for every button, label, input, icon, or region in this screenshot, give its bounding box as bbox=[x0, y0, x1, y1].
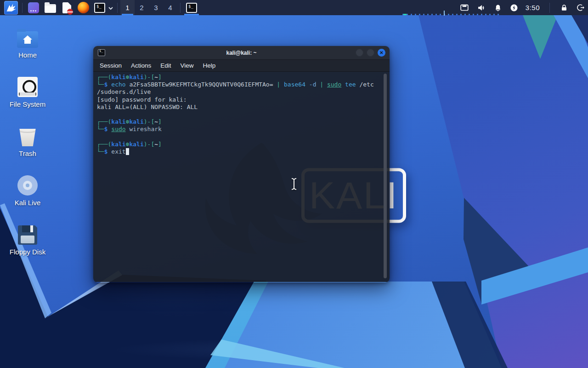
firefox-icon bbox=[78, 2, 89, 13]
desktop-icon-trash[interactable]: Trash bbox=[2, 121, 53, 170]
logout-icon[interactable] bbox=[576, 3, 585, 12]
terminal-line: ┌──(kali⊛kali)-[~] bbox=[97, 141, 381, 148]
clock[interactable]: 3:50 bbox=[526, 4, 540, 12]
workspace-button-3[interactable]: 3 bbox=[149, 0, 163, 15]
home-folder-icon bbox=[17, 31, 38, 48]
workspace-button-1[interactable]: 1 bbox=[120, 0, 135, 15]
desktop-icon-label: Kali Live bbox=[15, 199, 41, 207]
workspace-switcher: 1234 bbox=[120, 0, 177, 15]
taskbar-terminal-window-button[interactable]: $_ bbox=[183, 0, 200, 15]
desktop-icon-home[interactable]: Home bbox=[2, 22, 53, 71]
folder-icon bbox=[45, 4, 56, 13]
terminal-line: /sudoers.d/live bbox=[97, 88, 381, 96]
terminal-line bbox=[97, 133, 381, 141]
terminal-line: kali ALL=(ALL) NOPASSWD: ALL bbox=[97, 104, 381, 111]
maximize-button[interactable] bbox=[367, 49, 374, 57]
terminal-line: └─$ echo a2FsaSBBTEw9KEFMTCkgTk9QQVNTV0Q… bbox=[97, 81, 381, 88]
cd-disc-icon bbox=[17, 175, 38, 196]
terminal-launcher-button[interactable]: $_ bbox=[93, 1, 107, 15]
terminal-titlebar[interactable]: $_ kali@kali: ~ ✕ bbox=[93, 46, 390, 60]
desktop-icon-label: Home bbox=[18, 51, 37, 59]
workspace-app-button[interactable] bbox=[27, 1, 40, 15]
ibeam-cursor bbox=[290, 177, 298, 191]
terminal-scrollbar[interactable] bbox=[384, 74, 387, 278]
desktop-icon-floppy-disk[interactable]: Floppy Disk bbox=[2, 219, 53, 268]
desktop-icon-label: Floppy Disk bbox=[10, 248, 45, 256]
terminal-line: [sudo] password for kali: bbox=[97, 96, 381, 104]
menu-session[interactable]: Session bbox=[95, 60, 126, 72]
lock-icon[interactable] bbox=[560, 3, 569, 12]
hard-drive-icon bbox=[17, 77, 38, 97]
menu-view[interactable]: View bbox=[176, 60, 198, 72]
workspace-button-2[interactable]: 2 bbox=[135, 0, 149, 15]
terminal-line: ┌──(kali⊛kali)-[~] bbox=[97, 118, 381, 126]
desktop-icon-file-system[interactable]: File System bbox=[2, 71, 53, 121]
floppy-disk-icon bbox=[18, 225, 37, 245]
terminal-output[interactable]: ┌──(kali⊛kali)-[~]└─$ echo a2FsaSBBTEw9K… bbox=[93, 72, 390, 282]
chevron-down-icon[interactable] bbox=[108, 6, 113, 11]
menu-help[interactable]: Help bbox=[198, 60, 220, 72]
menu-edit[interactable]: Edit bbox=[156, 60, 175, 72]
desktop-icon-label: File System bbox=[10, 100, 45, 108]
firefox-button[interactable] bbox=[76, 1, 90, 15]
purple-window-icon bbox=[28, 2, 39, 13]
terminal-line: └─$ sudo wireshark bbox=[97, 126, 381, 133]
desktop-icon-kali-live[interactable]: Kali Live bbox=[2, 170, 53, 219]
panel-separator bbox=[180, 3, 181, 13]
document-icon bbox=[62, 2, 71, 13]
desktop-icon-list: HomeFile SystemTrashKali LiveFloppy Disk bbox=[2, 22, 53, 268]
workspace-button-4[interactable]: 4 bbox=[163, 0, 177, 15]
terminal-menubar: SessionActionsEditViewHelp bbox=[93, 60, 390, 72]
panel-graph-widget-mark bbox=[403, 14, 407, 15]
file-manager-button[interactable] bbox=[43, 1, 57, 15]
kali-logo-icon bbox=[6, 2, 17, 13]
panel-separator bbox=[549, 3, 550, 13]
menu-actions[interactable]: Actions bbox=[126, 60, 156, 72]
terminal-window-icon: $_ bbox=[98, 49, 105, 56]
power-manager-icon[interactable] bbox=[509, 3, 519, 12]
trash-icon bbox=[18, 129, 37, 146]
panel-separator bbox=[117, 3, 118, 13]
terminal-icon: $_ bbox=[186, 3, 197, 13]
terminal-line bbox=[97, 111, 381, 118]
kali-menu-button[interactable] bbox=[4, 1, 18, 15]
network-icon[interactable] bbox=[459, 3, 469, 13]
terminal-icon: $_ bbox=[94, 3, 105, 13]
text-editor-button[interactable] bbox=[60, 1, 74, 15]
terminal-line: ┌──(kali⊛kali)-[~] bbox=[97, 74, 381, 81]
volume-icon[interactable] bbox=[476, 3, 486, 13]
system-tray: 3:50 bbox=[459, 3, 585, 13]
panel-graph-widget-tick bbox=[444, 11, 445, 16]
panel-separator bbox=[22, 3, 23, 13]
terminal-window: $_ kali@kali: ~ ✕ SessionActionsEditView… bbox=[93, 46, 390, 282]
minimize-button[interactable] bbox=[356, 49, 363, 57]
top-panel: $_ 1234 $_ 3:50 bbox=[0, 0, 588, 15]
close-button[interactable]: ✕ bbox=[378, 49, 385, 57]
terminal-window-title: kali@kali: ~ bbox=[226, 50, 256, 56]
terminal-line: └─$ exit bbox=[97, 148, 381, 155]
desktop-icon-label: Trash bbox=[19, 150, 36, 157]
notifications-bell-icon[interactable] bbox=[493, 3, 503, 13]
panel-graph-widget bbox=[402, 14, 501, 15]
